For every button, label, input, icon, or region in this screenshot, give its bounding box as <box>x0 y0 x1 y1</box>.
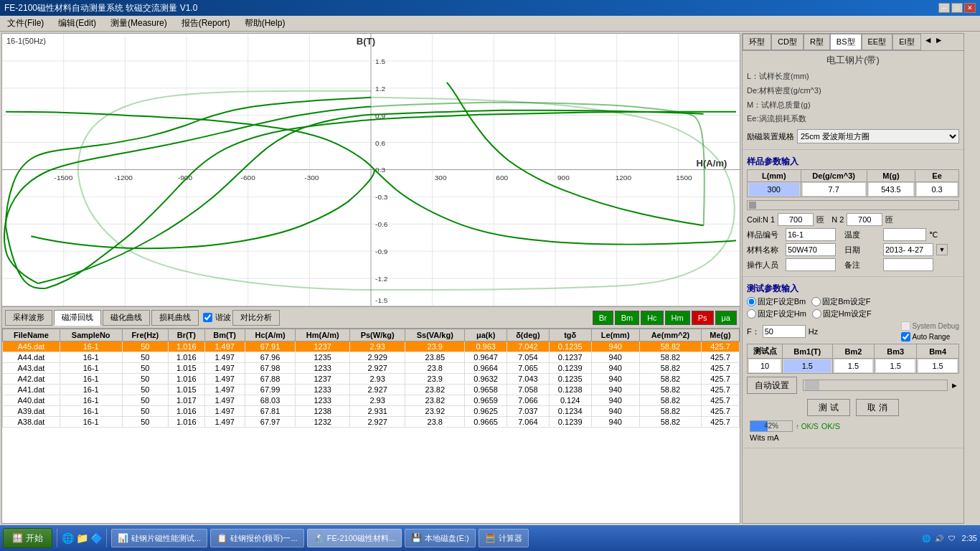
menu-measure[interactable]: 测量(Measure) <box>106 16 171 31</box>
harmonics-checkbox[interactable] <box>203 313 212 322</box>
tp-val-2[interactable] <box>834 359 873 372</box>
taskbar-icon-browser[interactable]: 🔷 <box>90 532 102 544</box>
mode-2-label[interactable]: 固定Bm设定F <box>811 296 870 307</box>
taskbar-icon-ie[interactable]: 🌐 <box>62 532 73 544</box>
tray-network-icon[interactable]: 🌐 <box>920 532 932 544</box>
col-me: Me(g) <box>702 329 740 342</box>
tray-security-icon[interactable]: 🛡 <box>946 532 958 544</box>
right-tab-r[interactable]: R型 <box>804 34 830 50</box>
material-name-input[interactable] <box>786 243 836 256</box>
f-input[interactable] <box>763 325 806 338</box>
tab-loss[interactable]: 损耗曲线 <box>151 310 199 326</box>
sampleno-row: 样品编号 温度 ℃ <box>747 228 959 241</box>
mode-3-radio[interactable] <box>747 309 756 319</box>
menu-report[interactable]: 报告(Report) <box>177 16 235 31</box>
svg-text:-1.5: -1.5 <box>375 296 388 304</box>
table-row[interactable]: A41.dat16-1501.0151.49767.9912332.92723.… <box>3 385 740 395</box>
indicator-br[interactable]: Br <box>593 311 613 325</box>
title-bar: FE-2100磁性材料自动测量系统 软磁交流测量 V1.0 ─ □ ✕ <box>0 0 980 16</box>
tp-val-3[interactable] <box>876 359 915 372</box>
table-row[interactable]: A38.dat16-1501.0161.49767.9712322.92723.… <box>3 417 740 428</box>
date-dropdown-btn[interactable]: ▼ <box>936 244 948 255</box>
auto-range-checkbox[interactable] <box>901 332 910 342</box>
tp-val-4[interactable] <box>918 359 957 372</box>
taskbar-item-3-label: FE-2100磁性材料... <box>327 533 395 544</box>
coil-label: Coil:N 1 <box>747 215 775 224</box>
mode-1-radio[interactable] <box>747 297 756 306</box>
mode-4-label[interactable]: 固定Hm设定F <box>812 309 872 319</box>
param-scroll[interactable] <box>747 200 959 210</box>
menu-help[interactable]: 帮助(Help) <box>240 16 290 31</box>
indicator-bm[interactable]: Bm <box>615 311 640 325</box>
date-label: 日期 <box>844 245 880 255</box>
measure-section: 测试参数输入 固定F设定Bm 固定Bm设定F 固定F设定 <box>743 277 963 448</box>
right-tab-ring[interactable]: 环型 <box>743 34 771 50</box>
mode-4-radio[interactable] <box>812 309 821 319</box>
mode-3-label[interactable]: 固定F设定Hm <box>747 309 806 319</box>
device-select[interactable]: 25cm 爱波斯坦方圈 <box>797 129 959 143</box>
tab-magnetization[interactable]: 磁化曲线 <box>103 310 150 326</box>
temp-input[interactable] <box>883 228 926 241</box>
scroll-thumb[interactable] <box>749 202 756 209</box>
taskbar-item-2[interactable]: 📋 硅钢报价(顾哥)一... <box>210 529 304 547</box>
tp-val-0[interactable] <box>749 359 781 372</box>
tp-val-1[interactable] <box>784 359 831 372</box>
param-l-input[interactable] <box>749 183 799 196</box>
param-de-input[interactable] <box>803 183 865 196</box>
start-button[interactable]: 🪟 开始 <box>3 528 52 548</box>
scroll-thumb-auto[interactable] <box>805 380 819 390</box>
coil-n1-input[interactable] <box>778 213 814 226</box>
mode-2-radio[interactable] <box>811 297 821 306</box>
sampleno-input[interactable] <box>786 228 836 241</box>
table-row[interactable]: A42.dat16-1501.0161.49767.8812372.9323.9… <box>3 374 740 385</box>
maximize-button[interactable]: □ <box>951 3 963 13</box>
menu-file[interactable]: 文件(File) <box>3 16 48 31</box>
table-row[interactable]: A44.dat16-1501.0161.49767.9612352.92923.… <box>3 352 740 363</box>
mode-1-label[interactable]: 固定F设定Bm <box>747 296 806 307</box>
auto-set-scroll[interactable] <box>803 380 948 391</box>
table-row[interactable]: A39.dat16-1501.0161.49767.8112382.93123.… <box>3 406 740 417</box>
tab-hysteresis[interactable]: 磁滞回线 <box>54 310 101 326</box>
tab-scroll-right[interactable]: ◄ ► <box>921 34 946 50</box>
wits-label: Wits mA <box>747 433 959 445</box>
date-input[interactable] <box>883 243 933 256</box>
table-row[interactable]: A40.dat16-1501.0171.49768.0312332.9323.8… <box>3 395 740 406</box>
close-button[interactable]: ✕ <box>964 3 976 13</box>
right-tab-bs[interactable]: BS型 <box>830 34 862 50</box>
coil-n2-input[interactable] <box>847 213 882 226</box>
param-m-input[interactable] <box>869 183 913 196</box>
tab-waveform[interactable]: 采样波形 <box>5 310 52 326</box>
tab-compare[interactable]: 对比分析 <box>232 310 280 326</box>
col-ae: Ae(mm^2) <box>639 329 701 342</box>
taskbar-item-1-label: 硅钢片磁性能测试... <box>131 533 201 544</box>
remark-input[interactable] <box>883 258 933 271</box>
menu-edit[interactable]: 编辑(Edit) <box>54 16 100 31</box>
table-row[interactable]: A45.dat16-1501.0161.49767.9112372.9323.9… <box>3 342 740 352</box>
taskbar-item-3[interactable]: 🔬 FE-2100磁性材料... <box>307 529 402 547</box>
taskbar-icon-folder[interactable]: 📁 <box>76 532 88 544</box>
data-table-container[interactable]: FileName SampleNo Fre(Hz) Br(T) Bm(T) Hc… <box>2 328 740 471</box>
taskbar-item-4[interactable]: 💾 本地磁盘(E:) <box>405 529 476 547</box>
right-tab-cd[interactable]: CD型 <box>771 34 804 50</box>
indicator-hc[interactable]: Hc <box>641 311 663 325</box>
param-ee-input[interactable] <box>917 183 957 196</box>
indicator-ps[interactable]: Ps <box>692 311 714 325</box>
taskbar-item-2-icon: 📋 <box>217 533 227 543</box>
test-btn[interactable]: 测 试 <box>807 399 850 416</box>
scroll-right-btn[interactable]: ► <box>951 381 959 390</box>
tp-header-3: Bm3 <box>875 344 917 359</box>
taskbar-item-5[interactable]: 🧮 计算器 <box>479 529 529 547</box>
table-row[interactable]: A43.dat16-1501.0151.49767.9812332.92723.… <box>3 363 740 374</box>
cancel-btn[interactable]: 取 消 <box>856 399 899 416</box>
indicator-ua[interactable]: μa <box>715 311 737 325</box>
operator-input[interactable] <box>786 258 836 271</box>
auto-set-btn[interactable]: 自动设置 <box>747 377 797 394</box>
tray-volume-icon[interactable]: 🔊 <box>933 532 945 544</box>
sys-debug-checkbox[interactable] <box>901 321 910 331</box>
taskbar-item-1[interactable]: 📊 硅钢片磁性能测试... <box>111 529 207 547</box>
right-tab-ei[interactable]: EI型 <box>892 34 920 50</box>
minimize-button[interactable]: ─ <box>938 3 950 13</box>
indicator-hm[interactable]: Hm <box>665 311 690 325</box>
svg-text:B(T): B(T) <box>357 36 375 47</box>
right-tab-ee[interactable]: EE型 <box>862 34 893 50</box>
